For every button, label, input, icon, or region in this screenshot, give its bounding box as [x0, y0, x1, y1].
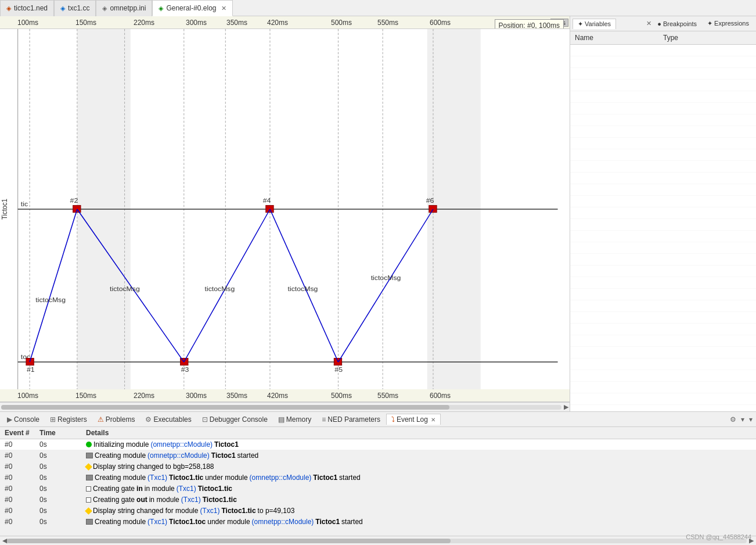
tooltip-position: Position: #0, 100ms: [499, 21, 560, 29]
tab-debugger-console[interactable]: ⊡ Debugger Console: [197, 414, 272, 425]
right-panel: ✦ Variables ✕ ● Breakpoints ✦ Expression…: [570, 16, 756, 411]
event-num-6: #0: [0, 495, 35, 504]
detail-text-4b: under module: [205, 474, 247, 482]
close-variables-panel[interactable]: ✕: [646, 20, 651, 27]
ruler-tick-150ms: 150ms: [75, 19, 96, 27]
ini-file-icon: ◈: [102, 5, 107, 12]
tab-memory[interactable]: ▤ Memory: [273, 414, 316, 425]
event-row-4[interactable]: #0 0s Creating module (Txc1) Tictoc1.tic…: [0, 472, 756, 483]
detail-link2[interactable]: (omnetpp::cModule): [147, 451, 210, 460]
svg-line-37: [338, 209, 433, 362]
detail-bold5: Tictoc1.tic: [198, 485, 232, 493]
detail-link5[interactable]: (Txc1): [177, 485, 196, 493]
event-num-3: #0: [0, 462, 35, 471]
event-row-3[interactable]: #0 0s Display string changed to bgb=258,…: [0, 461, 756, 472]
event-details-4: Creating module (Txc1) Tictoc1.tic under…: [81, 473, 756, 482]
problems-icon: ⚠: [98, 415, 104, 424]
detail-rest-2: started: [237, 451, 259, 460]
tab-label: General-#0.elog: [166, 4, 216, 12]
svg-text:tictocMsg: tictocMsg: [288, 285, 318, 292]
sequence-diagram[interactable]: Tictoc1 tic toc #1 #2 #3: [0, 29, 570, 389]
svg-text:#4: #4: [263, 196, 271, 203]
detail-text-6b: in module: [149, 496, 179, 504]
event-num-4: #0: [0, 473, 35, 482]
svg-text:Tictoc1: Tictoc1: [1, 199, 9, 220]
detail-link6[interactable]: (Txc1): [181, 496, 201, 504]
close-event-log-tab[interactable]: ✕: [431, 417, 435, 423]
event-row-7[interactable]: #0 0s Display string changed for module …: [0, 505, 756, 517]
event-row-6[interactable]: #0 0s Creating gate out in module (Txc1)…: [0, 494, 756, 505]
tab-tictoc1-ned[interactable]: ◈ tictoc1.ned: [0, 0, 54, 16]
scrollbar-track[interactable]: [1, 405, 561, 410]
detail-text-4: Creating module: [95, 474, 146, 482]
event-num-8: #0: [0, 517, 35, 526]
toolbar-icon-3[interactable]: ▾: [748, 415, 754, 424]
tab-problems[interactable]: ⚠ Problems: [93, 414, 140, 425]
yellow-diamond-icon-7: [85, 507, 92, 515]
event-row-1[interactable]: #0 0s Initializing module (omnetpp::cMod…: [0, 439, 756, 450]
event-row-5[interactable]: #0 0s Creating gate in in module (Txc1) …: [0, 483, 756, 494]
event-row-8[interactable]: #0 0s Creating module (Txc1) Tictoc1.toc…: [0, 517, 756, 528]
tab-label: omnetpp.ini: [110, 4, 146, 12]
bottom-scrollbar-thumb[interactable]: [7, 539, 451, 543]
event-log-icon: ⤵: [391, 415, 395, 424]
module-icon-4: [86, 475, 93, 481]
tab-breakpoints[interactable]: ● Breakpoints: [653, 19, 701, 28]
tab-event-log-label: Event Log: [397, 415, 428, 424]
detail-link7[interactable]: (Txc1): [200, 507, 219, 515]
tab-variables[interactable]: ✦ Variables: [573, 19, 616, 29]
variables-header: Name Type: [570, 31, 756, 45]
scroll-arrow-right[interactable]: ▶: [564, 403, 568, 411]
event-details-3: Display string changed to bgb=258,188: [81, 462, 756, 471]
close-elog-tab[interactable]: ✕: [221, 5, 226, 12]
bottom-scrollbar-track[interactable]: [7, 539, 747, 543]
bottom-scrollbar[interactable]: ◀ ▶: [0, 536, 756, 545]
tab-console-label: Console: [14, 415, 39, 424]
detail-link8a[interactable]: (Txc1): [147, 518, 167, 526]
detail-text-6: Creating gate: [93, 496, 135, 504]
svg-text:tictocMsg: tictocMsg: [371, 274, 401, 281]
ruler-bottom-220ms: 220ms: [134, 392, 154, 400]
event-row-2[interactable]: #0 0s Creating module (omnetpp::cModule)…: [0, 450, 756, 461]
detail-text-5b: in module: [145, 485, 175, 493]
detail-link1[interactable]: (omnetpp::cModule): [150, 440, 213, 449]
tab-registers[interactable]: ⊞ Registers: [45, 414, 92, 425]
event-time-6: 0s: [35, 495, 81, 504]
scroll-left-arrow[interactable]: ◀: [2, 537, 7, 544]
tab-expressions[interactable]: ✦ Expressions: [703, 19, 754, 28]
event-time-1: 0s: [35, 440, 81, 449]
bottom-tab-toolbar: ⚙ ▾ ▾: [729, 415, 754, 424]
toolbar-icon-2[interactable]: ▾: [740, 415, 746, 424]
toolbar-icon-1[interactable]: ⚙: [729, 415, 737, 424]
detail-link4a[interactable]: (Txc1): [147, 474, 167, 482]
tab-ned-parameters[interactable]: ≡ NED Parameters: [317, 414, 385, 425]
ruler-tick-420ms: 420ms: [267, 19, 288, 27]
svg-text:tictocMsg: tictocMsg: [110, 285, 140, 292]
detail-text-8: Creating module: [95, 518, 146, 526]
gate-keyword-6: out: [136, 496, 147, 504]
ruler-bottom-300ms: 300ms: [186, 392, 207, 400]
tab-executables[interactable]: ⚙ Executables: [141, 414, 196, 425]
tab-general-elog[interactable]: ◈ General-#0.elog ✕: [152, 0, 232, 16]
detail-link4b[interactable]: (omnetpp::cModule): [250, 474, 312, 482]
scroll-right-arrow[interactable]: ▶: [749, 537, 754, 544]
tab-txc1-cc[interactable]: ◈ txc1.cc: [54, 0, 96, 16]
horizontal-scrollbar[interactable]: ▶: [0, 402, 570, 411]
col-time: Time: [35, 428, 81, 438]
svg-text:#5: #5: [334, 365, 343, 372]
detail-text: Initializing module: [93, 440, 149, 449]
ruler-bottom-100ms: 100ms: [17, 392, 38, 400]
detail-bold4b: Tictoc1: [313, 474, 337, 482]
detail-bold6: Tictoc1.tic: [203, 496, 237, 504]
tab-console[interactable]: ▶ Console: [2, 414, 44, 425]
tab-event-log[interactable]: ⤵ Event Log ✕: [386, 414, 441, 425]
tab-omnetpp-ini[interactable]: ◈ omnetpp.ini: [96, 0, 152, 16]
ruler-tick-350ms: 350ms: [226, 19, 247, 27]
svg-line-29: [30, 209, 77, 362]
module-icon-2: [86, 453, 93, 458]
ruler-bottom-500ms: 500ms: [331, 392, 352, 400]
green-circle-icon: [86, 442, 92, 447]
ruler-bottom-600ms: 600ms: [430, 392, 451, 400]
detail-link8b[interactable]: (omnetpp::cModule): [252, 518, 314, 526]
scrollbar-thumb[interactable]: [1, 405, 449, 410]
